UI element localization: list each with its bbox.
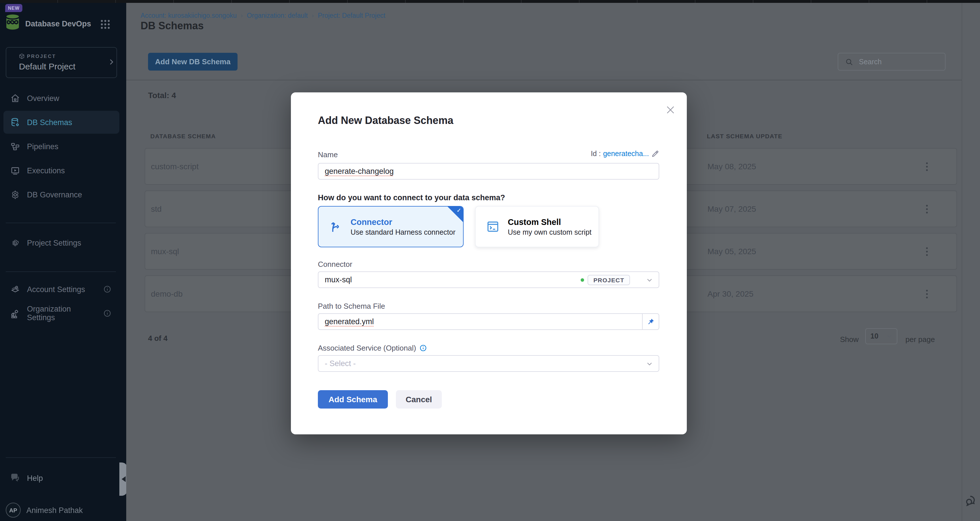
chevron-down-icon (886, 333, 892, 339)
edit-pencil-icon[interactable] (651, 150, 659, 158)
search-icon (845, 58, 853, 66)
user-menu[interactable]: AP Animesh Pathak (0, 500, 126, 520)
path-label: Path to Schema File (318, 302, 385, 311)
connector-label: Connector (318, 260, 352, 269)
browser-chrome-strip (0, 0, 980, 3)
chevron-separator: › (237, 12, 247, 19)
option-card-connector[interactable]: Connector Use standard Harness connector… (318, 206, 464, 247)
project-selector-label: PROJECT (19, 53, 56, 59)
executions-icon (10, 166, 20, 175)
option-subtitle: Use standard Harness connector (351, 228, 455, 236)
status-dot (581, 278, 584, 282)
sidebar-item-db-schemas[interactable]: DB Schemas (3, 111, 119, 134)
service-select[interactable]: - Select - (318, 355, 659, 372)
schema-updated: May 05, 2025 (708, 247, 756, 256)
project-selector[interactable]: PROJECT Default Project (6, 47, 117, 78)
service-label: Associated Service (Optional) (318, 344, 416, 352)
sidebar: NEW Database DevOps (0, 3, 126, 521)
total-count: Total: 4 (148, 91, 176, 100)
user-name: Animesh Pathak (26, 506, 83, 515)
sidebar-item-organization-settings[interactable]: Organization Settings (0, 302, 126, 325)
sidebar-item-overview[interactable]: Overview (0, 87, 126, 110)
help-chat-icon: ? (10, 473, 21, 483)
sidebar-item-account-settings[interactable]: Account Settings (0, 278, 126, 301)
pagination-show-label: Show (840, 335, 859, 344)
schema-updated: May 07, 2025 (708, 204, 756, 213)
schema-updated: Apr 30, 2025 (708, 289, 753, 298)
breadcrumb: Account: kurosakiichigo.songoku › Organi… (141, 12, 385, 19)
cube-icon (19, 53, 25, 59)
option-subtitle: Use my own custom script (508, 228, 592, 236)
home-icon (10, 93, 20, 103)
check-icon: ✓ (457, 207, 461, 213)
sidebar-item-pipelines[interactable]: Pipelines (0, 135, 126, 158)
chevron-right-icon (107, 58, 115, 66)
sidebar-item-help[interactable]: ? Help (0, 468, 126, 488)
screen: NEW Database DevOps (0, 0, 980, 521)
schema-updated: May 08, 2025 (708, 162, 756, 171)
add-new-db-schema-button[interactable]: Add New DB Schema (148, 53, 237, 70)
right-rail-divider (962, 3, 962, 521)
info-icon[interactable] (103, 309, 111, 317)
info-icon[interactable] (420, 344, 427, 352)
chevron-down-icon (646, 360, 653, 367)
page-title: DB Schemas (141, 20, 204, 32)
search-input[interactable] (858, 57, 935, 66)
pipelines-icon (10, 142, 20, 151)
search-box[interactable] (838, 53, 946, 70)
schema-name: custom-script (151, 162, 199, 171)
path-input[interactable]: generated.yml (318, 313, 659, 330)
breadcrumb-project[interactable]: Project: Default Project (318, 12, 385, 19)
page-size-select[interactable]: 10 (865, 328, 897, 344)
scope-badge: PROJECT (587, 274, 630, 285)
new-badge: NEW (5, 4, 22, 12)
sidebar-divider (6, 223, 116, 223)
schema-name: demo-db (151, 289, 183, 298)
schema-name: std (151, 204, 162, 213)
row-menu-button[interactable] (919, 286, 935, 302)
sidebar-item-db-governance[interactable]: DB Governance (0, 183, 126, 206)
connector-select[interactable]: mux-sql PROJECT (318, 271, 659, 288)
project-selector-value: Default Project (19, 61, 75, 71)
cancel-button[interactable]: Cancel (396, 390, 442, 408)
row-menu-button[interactable] (919, 158, 935, 174)
sidebar-item-project-settings[interactable]: Project Settings (0, 231, 126, 254)
column-header-updated: LAST SCHEMA UPDATE (707, 132, 782, 139)
chevron-left-icon (121, 476, 126, 482)
chevron-separator: › (308, 12, 318, 19)
support-chat-icon[interactable] (965, 494, 979, 507)
column-header-schema: DATABASE SCHEMA (150, 132, 216, 139)
chevron-down-icon (646, 276, 653, 283)
row-menu-button[interactable] (919, 201, 935, 217)
breadcrumb-organization[interactable]: Organization: default (247, 12, 307, 19)
sidebar-item-executions[interactable]: Executions (0, 159, 126, 182)
org-settings-icon (10, 308, 20, 318)
option-card-custom-shell[interactable]: Custom Shell Use my own custom script (475, 206, 599, 247)
sidebar-divider (6, 457, 116, 458)
harness-dbops-logo (3, 13, 22, 31)
module-grid-icon[interactable] (100, 19, 110, 29)
svg-text:?: ? (13, 474, 16, 478)
id-value-link[interactable]: generatecha... (603, 150, 649, 158)
id-row: Id : generatecha... (318, 150, 659, 158)
info-icon[interactable] (103, 285, 111, 293)
close-icon[interactable] (664, 104, 676, 115)
db-schema-icon (10, 117, 20, 127)
add-schema-modal: Add New Database Schema Name Id : genera… (291, 92, 687, 434)
row-menu-button[interactable] (919, 243, 935, 259)
connector-fork-icon (329, 220, 342, 234)
modal-title: Add New Database Schema (318, 115, 453, 127)
schema-name: mux-sql (151, 247, 179, 256)
breadcrumb-account[interactable]: Account: kurosakiichigo.songoku (141, 12, 237, 19)
option-title: Connector (351, 217, 455, 226)
name-input[interactable]: generate-changelog (318, 163, 659, 180)
add-schema-button[interactable]: Add Schema (318, 390, 388, 408)
pagination-per-page-label: per page (905, 335, 935, 344)
gear-icon (10, 238, 20, 248)
id-prefix: Id : (591, 150, 601, 158)
pagination-range: 4 of 4 (148, 334, 167, 343)
layers-icon (10, 284, 20, 294)
pin-icon[interactable] (642, 314, 659, 329)
terminal-icon (486, 220, 500, 234)
divider (126, 80, 962, 80)
